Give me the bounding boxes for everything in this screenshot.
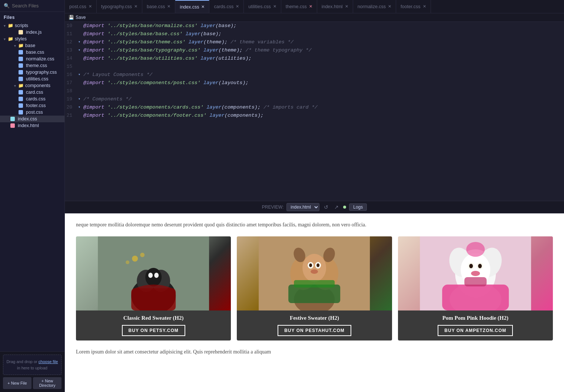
code-line: 20 ▾ @import '../styles/components/cards… — [65, 103, 564, 112]
new-directory-button[interactable]: + New Directory — [33, 377, 62, 389]
line-number: 17 — [65, 79, 78, 87]
save-button[interactable]: 💾 Save — [69, 15, 86, 20]
tab-label: utilities.css — [248, 4, 271, 9]
tab-base-css[interactable]: base.css ✕ — [142, 0, 175, 13]
tab-close-icon[interactable]: ✕ — [345, 4, 348, 9]
sidebar-item-label: typography.css — [26, 70, 57, 75]
card-body-3: Pom Pom Pink Hoodie (H2) BUY ON AMPETZON… — [398, 310, 553, 340]
tab-close-icon[interactable]: ✕ — [201, 4, 205, 9]
html-file-icon — [10, 123, 15, 128]
line-number: 18 — [65, 87, 78, 95]
line-content: @import '../styles/base/normalize.css' l… — [83, 22, 236, 30]
sidebar-item-index-html[interactable]: index.html — [0, 122, 64, 129]
card-buy-button-3[interactable]: BUY ON AMPETZON.COM — [438, 325, 513, 336]
tab-theme-css[interactable]: theme.css ✕ — [281, 0, 317, 13]
code-line: 12 ▾ @import '../styles/base/theme.css' … — [65, 38, 564, 46]
preview-text-top: neque tempore mollitia doloremque nemo d… — [76, 221, 553, 229]
app: 🔍 Files ▾ 📁 scripts index.js ▾ — [0, 0, 564, 392]
sidebar-item-styles[interactable]: ▾ 📁 styles — [0, 36, 64, 42]
tab-index-html[interactable]: index.html ✕ — [317, 0, 353, 13]
fold-arrow[interactable]: ▾ — [78, 46, 83, 54]
sidebar-item-cards-css[interactable]: cards.css — [0, 96, 64, 102]
fold-arrow — [78, 79, 83, 87]
choose-file-link[interactable]: choose file — [39, 359, 58, 364]
fold-arrow[interactable]: ▾ — [78, 71, 83, 79]
preview-label: PREVIEW: — [262, 205, 283, 210]
sidebar-item-index-css[interactable]: index.css — [0, 116, 64, 122]
code-line: 17 @import '../styles/components/post.cs… — [65, 79, 564, 87]
sidebar-item-scripts[interactable]: ▾ 📁 scripts — [0, 22, 64, 29]
tab-close-icon[interactable]: ✕ — [134, 4, 137, 9]
line-number: 12 — [65, 38, 78, 46]
tab-utilities-css[interactable]: utilities.css ✕ — [244, 0, 281, 13]
tab-close-icon[interactable]: ✕ — [309, 4, 312, 9]
sidebar-item-label: base — [25, 43, 35, 48]
code-line: 15 — [65, 63, 564, 71]
fold-arrow[interactable]: ▾ — [78, 38, 83, 46]
sidebar-item-utilities-css[interactable]: utilities.css — [0, 76, 64, 82]
line-content: @import '../styles/components/footer.css… — [83, 112, 263, 120]
sidebar-item-base[interactable]: ▾ 📁 base — [0, 42, 64, 49]
sidebar-bottom: Drag and drop or choose file in here to … — [0, 351, 64, 392]
sidebar-item-label: index.css — [18, 116, 37, 122]
tab-index-css[interactable]: index.css ✕ — [175, 0, 209, 13]
line-content: /* Components */ — [83, 95, 132, 103]
svg-point-6 — [154, 273, 159, 278]
logs-button[interactable]: Logs — [349, 203, 367, 211]
svg-point-5 — [148, 273, 153, 278]
tab-close-icon[interactable]: ✕ — [89, 4, 92, 9]
chevron-icon: ▾ — [4, 24, 6, 28]
sidebar-item-normalize-css[interactable]: normalize.css — [0, 56, 64, 62]
tab-close-icon[interactable]: ✕ — [388, 4, 391, 9]
sidebar-item-card-css[interactable]: card.css — [0, 89, 64, 96]
css-file-icon — [19, 110, 23, 114]
tab-label: typography.css — [101, 4, 132, 9]
tab-normalize-css[interactable]: normalize.css ✕ — [353, 0, 396, 13]
tab-label: base.css — [147, 4, 165, 9]
sidebar-item-footer-css[interactable]: footer.css — [0, 102, 64, 109]
cards-grid: Classic Red Sweater (H2) BUY ON PETSY.CO… — [76, 236, 553, 340]
fold-arrow — [78, 63, 83, 71]
card-buy-button-1[interactable]: BUY ON PETSY.COM — [122, 325, 185, 336]
tab-close-icon[interactable]: ✕ — [423, 4, 426, 9]
new-file-button[interactable]: + New File — [3, 377, 31, 389]
svg-point-35 — [471, 271, 480, 276]
sidebar-item-theme-css[interactable]: theme.css — [0, 62, 64, 69]
sidebar-item-index-js[interactable]: index.js — [0, 29, 64, 36]
svg-point-18 — [309, 263, 312, 267]
external-link-button[interactable]: ↗ — [333, 203, 340, 211]
svg-rect-36 — [442, 285, 509, 310]
search-input[interactable] — [12, 3, 61, 9]
sidebar-item-components[interactable]: ▾ 📁 components — [0, 82, 64, 89]
sidebar-item-post-css[interactable]: post.css — [0, 109, 64, 116]
refresh-button[interactable]: ↺ — [322, 203, 330, 211]
tab-cards-css[interactable]: cards.css ✕ — [209, 0, 244, 13]
css-file-icon — [19, 77, 23, 81]
card-image-1 — [76, 236, 231, 310]
file-tree: ▾ 📁 scripts index.js ▾ 📁 styles — [0, 21, 64, 351]
tab-typography-css[interactable]: typography.css ✕ — [97, 0, 142, 13]
fold-arrow[interactable]: ▾ — [78, 95, 83, 103]
code-line: 18 — [65, 87, 564, 95]
code-editor[interactable]: 10 @import '../styles/base/normalize.css… — [65, 22, 564, 201]
sidebar-item-label: scripts — [15, 23, 28, 28]
card-title-3: Pom Pom Pink Hoodie (H2) — [404, 315, 547, 321]
card-buy-button-2[interactable]: BUY ON PESTAHUT.COM — [278, 325, 351, 336]
tab-close-icon[interactable]: ✕ — [167, 4, 170, 9]
sidebar-item-base-css[interactable]: base.css — [0, 49, 64, 56]
tab-close-icon[interactable]: ✕ — [236, 4, 239, 9]
drag-drop-area[interactable]: Drag and drop or choose file in here to … — [3, 355, 62, 375]
preview-file-select[interactable]: index.html — [286, 203, 319, 211]
line-number: 10 — [65, 22, 78, 30]
tab-post-css[interactable]: post.css ✕ — [65, 0, 97, 13]
tab-footer-css[interactable]: footer.css ✕ — [396, 0, 431, 13]
fold-arrow[interactable]: ▾ — [78, 103, 83, 112]
sidebar-search-bar[interactable]: 🔍 — [0, 0, 64, 12]
sidebar-item-label: index.js — [26, 30, 42, 35]
sidebar-item-label: post.css — [26, 110, 43, 115]
tab-close-icon[interactable]: ✕ — [273, 4, 276, 9]
drag-drop-text2: in here to upload — [17, 366, 47, 370]
sidebar-item-typography-css[interactable]: typography.css — [0, 69, 64, 76]
card-2: Festive Sweater (H2) BUY ON PESTAHUT.COM — [237, 236, 392, 340]
preview-pane: neque tempore mollitia doloremque nemo d… — [65, 213, 564, 392]
